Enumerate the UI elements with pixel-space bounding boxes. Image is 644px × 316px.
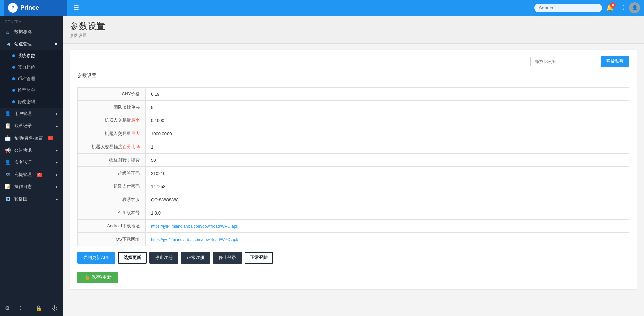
field-label: 收益划转手续费: [109, 157, 140, 162]
settings-icon[interactable]: ⚙: [2, 303, 13, 313]
sub-item-label: 币种管理: [18, 76, 35, 82]
sidebar-item-user-management[interactable]: 👤 用户管理 ▸: [0, 108, 63, 120]
sidebar-item-site-management[interactable]: 🖥 站点管理 ▼: [0, 38, 63, 50]
bell-icon[interactable]: 🔔 0: [606, 4, 614, 12]
form-row-robot-min: 机器人交易量最小: [77, 114, 629, 127]
lock-icon[interactable]: 🔒: [32, 303, 45, 313]
sidebar-toggle-icon[interactable]: ☰: [73, 4, 79, 12]
sub-item-label: 修改密码: [18, 99, 35, 105]
normal-login-button[interactable]: 正常登陆: [245, 252, 273, 264]
breadcrumb: 参数设置: [70, 33, 637, 39]
sidebar-item-real-name-auth[interactable]: 👤 实名认证 ▸: [0, 156, 63, 168]
field-input-super-verify[interactable]: [151, 171, 623, 176]
bell-badge: 0: [610, 2, 616, 8]
save-button[interactable]: 🔒 保存/更新: [77, 272, 118, 283]
sidebar-item-label: 公告快讯: [14, 147, 32, 153]
force-update-button[interactable]: 强制更新APP: [77, 252, 115, 264]
dot-icon: [12, 77, 15, 80]
sidebar-item-hashrate-level[interactable]: 算力档位: [0, 62, 63, 73]
sidebar-item-referral-reward[interactable]: 推荐奖金: [0, 85, 63, 96]
navbar: P Prince ☰ 🔔 0 ⛶ 👤: [0, 0, 644, 16]
chevron-right-icon: ▸: [56, 173, 58, 177]
form-row-super-verify: 超级验证码: [77, 166, 629, 180]
chevron-right-icon: ▸: [56, 197, 58, 201]
announce-icon: 📢: [5, 147, 11, 153]
release-row: 释放私募: [77, 56, 629, 67]
sub-item-label: 推荐奖金: [18, 87, 35, 93]
sidebar-item-recharge-management[interactable]: ⚖ 充提管理 0 ▸: [0, 168, 63, 181]
sidebar-item-change-password[interactable]: 修改密码: [0, 96, 63, 108]
fullscreen-icon[interactable]: ⛶: [17, 304, 28, 313]
main-content: 参数设置 参数设置 释放私募 参数设置 CNY价格 团队奖比例% 机器人交易量最…: [63, 16, 644, 316]
sidebar-item-account-records[interactable]: 📋 账单记录 ▸: [0, 120, 63, 132]
expand-icon[interactable]: ⛶: [618, 4, 624, 12]
action-buttons: 强制更新APP选择更新停止注册正常注册停止登录正常登陆: [77, 252, 629, 264]
dot-icon: [12, 89, 15, 92]
params-form: CNY价格 团队奖比例% 机器人交易量最小 机器人交易量最大 机器人交易幅度百分…: [77, 87, 629, 246]
layout: GENERAL ⌂ 数据总览 🖥 站点管理 ▼ 系统参数 算力档位 币种管理: [0, 16, 644, 316]
field-label: 超级支付密码: [113, 184, 140, 189]
form-row-robot-max: 机器人交易量最大: [77, 127, 629, 140]
sidebar-item-label: 数据总览: [14, 29, 32, 35]
form-row-app-version: APP版本号: [77, 206, 629, 220]
field-input-robot-max[interactable]: [151, 131, 623, 136]
release-button[interactable]: 释放私募: [601, 56, 629, 67]
select-update-button[interactable]: 选择更新: [118, 252, 147, 264]
field-label: 机器人交易量最小: [105, 118, 140, 123]
sub-item-label: 算力档位: [18, 64, 35, 70]
field-input-app-version[interactable]: [151, 210, 623, 216]
form-row-customer-service: 联系客服: [77, 193, 629, 206]
search-input[interactable]: [534, 4, 602, 12]
field-input-super-pay-pwd[interactable]: [151, 184, 623, 189]
field-input-ios-url[interactable]: [151, 237, 623, 242]
navbar-icons: 🔔 0 ⛶ 👤: [606, 2, 640, 13]
stop-login-button[interactable]: 停止登录: [213, 252, 242, 264]
release-ratio-input[interactable]: [530, 57, 598, 66]
field-input-transfer-fee[interactable]: [151, 158, 623, 163]
sidebar-item-label: 轮播图: [14, 196, 27, 202]
sidebar-item-label: 操作日志: [14, 184, 32, 190]
field-input-cny-price[interactable]: [151, 92, 623, 97]
sidebar-item-label: 充提管理: [14, 172, 32, 178]
chevron-right-icon: ▸: [56, 185, 58, 189]
normal-register-button[interactable]: 正常注册: [181, 252, 210, 264]
dot-icon: [12, 100, 15, 103]
form-row-robot-range: 机器人交易幅度百分比%: [77, 140, 629, 154]
sidebar-item-carousel[interactable]: 🖼 轮播图 ▸: [0, 193, 63, 205]
form-row-transfer-fee: 收益划转手续费: [77, 153, 629, 167]
avatar[interactable]: 👤: [629, 2, 640, 13]
sidebar-item-currency-management[interactable]: 币种管理: [0, 73, 63, 85]
brand-name: Prince: [20, 4, 39, 12]
params-card: 释放私募 参数设置 CNY价格 团队奖比例% 机器人交易量最小 机器人交易量最大…: [70, 50, 637, 289]
field-label: 团队奖比例%: [114, 105, 140, 110]
sidebar-item-operation-logs[interactable]: 📝 操作日志 ▸: [0, 181, 63, 193]
home-icon: ⌂: [5, 29, 11, 35]
sub-item-label: 系统参数: [18, 53, 35, 59]
logo-icon: P: [8, 3, 18, 13]
field-input-customer-service[interactable]: [151, 197, 623, 202]
power-icon[interactable]: ⏻: [49, 304, 60, 313]
sidebar-item-help-messages[interactable]: 📩 帮助/资料/留言 0: [0, 132, 63, 144]
sidebar: GENERAL ⌂ 数据总览 🖥 站点管理 ▼ 系统参数 算力档位 币种管理: [0, 16, 63, 316]
id-card-icon: 👤: [5, 159, 11, 165]
submenu-site-management: 系统参数 算力档位 币种管理 推荐奖金 修改密码: [0, 50, 63, 108]
stop-register-button[interactable]: 停止注册: [149, 252, 178, 264]
field-label: 机器人交易量最大: [105, 131, 140, 136]
sidebar-item-label: 实名认证: [14, 159, 32, 165]
field-label: APP版本号: [118, 210, 140, 215]
field-label: IOS下载网址: [115, 236, 140, 242]
sidebar-item-announcements[interactable]: 📢 公告快讯 ▸: [0, 144, 63, 156]
chevron-right-icon: ▸: [56, 160, 58, 165]
field-input-android-url[interactable]: [151, 224, 623, 229]
log-icon: 📝: [5, 184, 11, 190]
field-label: 机器人交易幅度百分比%: [92, 144, 140, 149]
dot-icon: [12, 54, 15, 57]
sidebar-item-label: 帮助/资料/留言: [14, 135, 43, 141]
field-label: 超级验证码: [118, 171, 140, 176]
field-input-robot-min[interactable]: [151, 118, 623, 123]
sidebar-item-system-params[interactable]: 系统参数: [0, 50, 63, 62]
field-input-team-ratio[interactable]: [151, 105, 623, 110]
sidebar-item-dashboard[interactable]: ⌂ 数据总览: [0, 26, 63, 38]
monitor-icon: 🖥: [5, 41, 11, 47]
field-input-robot-range[interactable]: [151, 144, 623, 150]
